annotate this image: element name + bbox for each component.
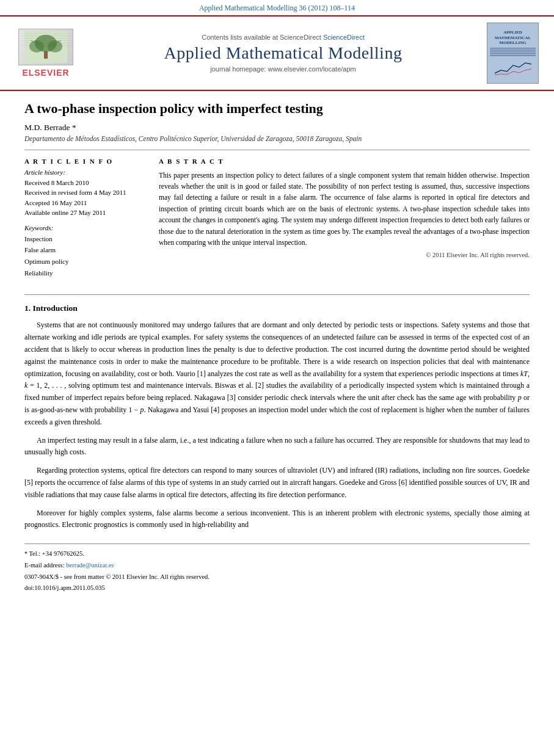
- abstract-text: This paper presents an inspection policy…: [159, 170, 530, 249]
- citation-text: Applied Mathematical Modelling 36 (2012)…: [199, 4, 355, 12]
- keywords-section: Keywords: Inspection False alarm Optimum…: [24, 224, 147, 279]
- intro-para-2: An imperfect testing may result in a fal…: [24, 435, 530, 459]
- svg-line-5: [31, 40, 40, 45]
- journal-header: ELSEVIER Contents lists available at Sci…: [0, 15, 554, 91]
- main-content: A two-phase inspection policy with imper…: [0, 91, 554, 607]
- article-authors: M.D. Berrade *: [24, 123, 530, 133]
- cover-thumbnail-section: APPLIEDMATHEMATICALMODELLING: [487, 23, 542, 84]
- cover-graph: [492, 58, 534, 76]
- keyword-inspection: Inspection: [24, 233, 147, 245]
- journal-cover-image: APPLIEDMATHEMATICALMODELLING: [487, 23, 539, 84]
- svg-point-2: [29, 40, 44, 53]
- sciencedirect-line: Contents lists available at ScienceDirec…: [86, 34, 481, 41]
- top-citation-bar: Applied Mathematical Modelling 36 (2012)…: [0, 0, 554, 15]
- section-divider: [24, 294, 530, 295]
- abstract-column: A B S T R A C T This paper presents an i…: [159, 158, 530, 285]
- elsevier-wordmark: ELSEVIER: [22, 68, 69, 78]
- keywords-label: Keywords:: [24, 224, 147, 231]
- footnotes-section: * Tel.: +34 976762625. E-mail address: b…: [24, 543, 530, 593]
- copyright-line: © 2011 Elsevier Inc. All rights reserved…: [159, 252, 530, 258]
- footnote-tel: * Tel.: +34 976762625.: [24, 549, 530, 559]
- elsevier-logo: ELSEVIER: [12, 29, 79, 78]
- elsevier-logo-section: ELSEVIER: [12, 29, 79, 78]
- keyword-optimum-policy: Optimum policy: [24, 256, 147, 267]
- article-info-heading: A R T I C L E I N F O: [24, 158, 147, 165]
- info-abstract-columns: A R T I C L E I N F O Article history: R…: [24, 158, 530, 285]
- footnote-doi: doi:10.1016/j.apm.2011.05.035: [24, 583, 530, 593]
- article-affiliation: Departamento de Métodos Estadísticos, Ce…: [24, 135, 530, 142]
- intro-heading: 1. Introduction: [24, 303, 530, 313]
- revised-date: Received in revised form 4 May 2011: [24, 187, 147, 198]
- svg-rect-4: [44, 51, 48, 59]
- article-title: A two-phase inspection policy with imper…: [24, 100, 530, 118]
- svg-line-6: [52, 40, 61, 45]
- intro-para-4: Moreover for highly complex systems, fal…: [24, 507, 530, 532]
- footnote-email: E-mail address: berrade@unizar.es: [24, 561, 530, 570]
- email-link[interactable]: berrade@unizar.es: [66, 562, 114, 569]
- elsevier-tree-image: [18, 29, 73, 65]
- intro-para-3: Regarding protection systems, optical fi…: [24, 465, 530, 501]
- intro-para-1: Systems that are not continuously monito…: [24, 319, 530, 428]
- history-label: Article history:: [24, 169, 147, 176]
- journal-homepage-url: journal homepage: www.elsevier.com/locat…: [86, 65, 481, 73]
- article-info-column: A R T I C L E I N F O Article history: R…: [24, 158, 147, 285]
- article-history-section: Article history: Received 8 March 2010 R…: [24, 169, 147, 218]
- journal-title-section: Contents lists available at ScienceDirec…: [86, 34, 481, 73]
- available-online-date: Available online 27 May 2011: [24, 208, 147, 218]
- keyword-false-alarm: False alarm: [24, 244, 147, 256]
- keywords-list: Inspection False alarm Optimum policy Re…: [24, 233, 147, 279]
- received-date: Received 8 March 2010: [24, 178, 147, 188]
- svg-point-3: [48, 40, 62, 53]
- footnote-copyright: 0307-904X/$ - see front matter © 2011 El…: [24, 572, 530, 582]
- accepted-date: Accepted 16 May 2011: [24, 198, 147, 208]
- abstract-heading: A B S T R A C T: [159, 158, 530, 165]
- sciencedirect-link[interactable]: ScienceDirect: [323, 34, 365, 41]
- journal-name: Applied Mathematical Modelling: [86, 43, 481, 63]
- keyword-reliability: Reliability: [24, 267, 147, 279]
- header-divider: [24, 150, 530, 150]
